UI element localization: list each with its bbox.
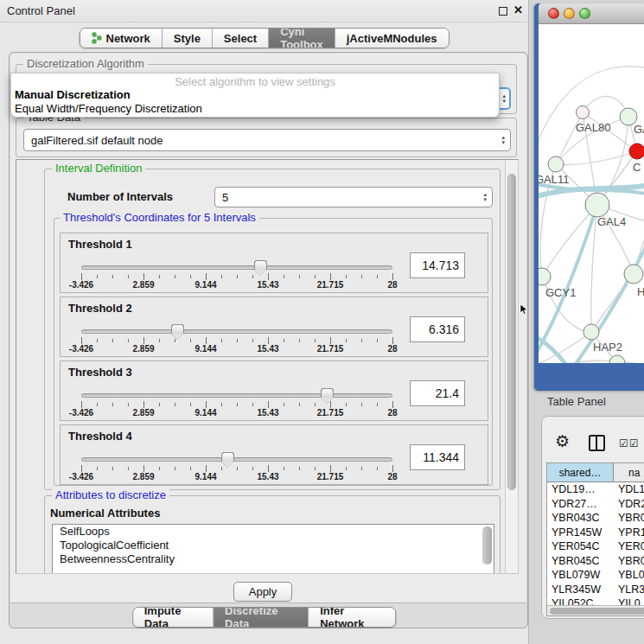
tab-style[interactable]: Style	[163, 29, 213, 48]
table-row[interactable]: YBR043CYBR0	[547, 511, 644, 526]
column-header-name[interactable]: na	[614, 463, 644, 481]
attribute-list-item[interactable]: TopologicalCoefficient	[53, 539, 494, 552]
cell-name: YDR2	[614, 498, 644, 510]
combo-stepper-icon: ▴▾	[502, 93, 506, 104]
gear-icon[interactable]: ⚙	[555, 431, 570, 451]
tab-jactivemnodules[interactable]: jActiveMNodules	[335, 29, 449, 48]
apply-button[interactable]: Apply	[233, 582, 292, 602]
checkbox-icons[interactable]: ☑☑	[619, 437, 640, 450]
node-label: HAP2	[593, 341, 622, 354]
tab-label: Select	[224, 32, 257, 45]
cell-name: YBR0	[614, 512, 644, 524]
slider-scale-labels: -3.4262.8599.14415.4321.71528	[81, 280, 392, 290]
dropdown-placeholder-item[interactable]: Select algorithm to view settings	[11, 75, 499, 88]
column-header-shared-name[interactable]: shared…	[547, 463, 614, 481]
attribute-list-item[interactable]: BetweennessCentrality	[53, 552, 494, 566]
zoom-traffic-light-icon[interactable]	[579, 8, 590, 19]
table-row[interactable]: YLR345WYLR3	[547, 583, 644, 597]
dropdown-item-manual-discretization[interactable]: Manual Discretization	[15, 88, 131, 101]
table-row[interactable]: YPR145WYPR1	[547, 526, 644, 540]
table-row[interactable]: YER054CYER0	[547, 539, 644, 554]
number-of-intervals-value: 5	[222, 191, 228, 204]
settings-scroll-area: Interval Definition Number of Intervals …	[16, 159, 519, 574]
float-window-icon[interactable]	[499, 7, 507, 16]
cell-name: YPR1	[614, 526, 644, 539]
table-data-group: Table Data galFiltered.sif default node …	[16, 118, 517, 157]
network-edge[interactable]	[556, 151, 637, 165]
tab-label: Infer Network	[320, 607, 384, 628]
discretize-tab-content: Discretization Algorithm ▴▾ Table Data g…	[10, 54, 526, 603]
network-edge[interactable]	[542, 205, 597, 277]
network-canvas[interactable]: GACGAL11GAL4GCY1HHAP2GAL80	[539, 24, 644, 363]
attribute-list-item[interactable]: SelfLoops	[53, 525, 494, 539]
threshold-value-field[interactable]: 6.316	[410, 316, 465, 342]
tab-discretize-data[interactable]: Discretize Data	[214, 608, 309, 627]
network-window-titlebar[interactable]	[539, 3, 644, 24]
network-node-c[interactable]	[629, 143, 644, 159]
table-data-combobox[interactable]: galFiltered.sif default node ▴▾	[23, 129, 511, 151]
scrollbar-thumb[interactable]	[507, 174, 516, 490]
table-row[interactable]: YBL079WYBL0	[547, 568, 644, 583]
numerical-attributes-list[interactable]: SelfLoopsTopologicalCoefficientBetweenne…	[52, 524, 494, 574]
cell-name: YLR3	[614, 583, 644, 596]
tab-impute-data[interactable]: Impute Data	[133, 608, 214, 627]
threshold-panel: Threshold 2-3.4262.8599.14415.4321.71528…	[60, 296, 488, 357]
scrollbar-thumb[interactable]	[550, 608, 644, 615]
tab-infer-network[interactable]: Infer Network	[309, 608, 395, 627]
number-of-intervals-combobox[interactable]: 5 ▴▾	[214, 187, 493, 207]
tab-network[interactable]: Network	[80, 29, 162, 48]
close-traffic-light-icon[interactable]	[548, 8, 559, 19]
network-edge[interactable]	[539, 360, 644, 363]
table-horizontal-scrollbar[interactable]	[547, 605, 644, 615]
attributes-scrollbar[interactable]	[482, 526, 492, 564]
network-icon	[91, 32, 101, 44]
cell-shared-name: YPR145W	[547, 526, 614, 539]
combo-stepper-icon: ▴▾	[483, 192, 487, 202]
node-attribute-table[interactable]: shared… na YDL19…YDL1YDR27…YDR2YBR043CYB…	[546, 462, 644, 616]
minimize-traffic-light-icon[interactable]	[564, 8, 575, 19]
table-row[interactable]: YDR27…YDR2	[547, 497, 644, 512]
threshold-slider-track[interactable]	[81, 265, 392, 270]
table-row[interactable]: YBR045CYBR0	[547, 554, 644, 569]
threshold-slider-track[interactable]	[81, 457, 392, 462]
threshold-label: Threshold 4	[68, 430, 132, 443]
network-node-h[interactable]	[624, 265, 643, 284]
tab-label: jActiveMNodules	[347, 32, 437, 45]
dropdown-item-equal-width[interactable]: Equal Width/Frequency Discretization	[15, 102, 202, 115]
table-panel: ⚙ ☑☑ shared… na YDL19…YDL1YDR27…YDR2YBR0…	[541, 416, 644, 619]
split-pane-icon[interactable]	[589, 435, 605, 451]
table-panel-title: Table Panel	[547, 395, 606, 408]
attributes-to-discretize-group: Attributes to discretize Numerical Attri…	[44, 495, 501, 574]
settings-vertical-scrollbar[interactable]	[505, 160, 518, 573]
threshold-coordinates-group: Threshold's Coordinates for 5 Intervals …	[54, 218, 493, 486]
cell-shared-name: YDR27…	[547, 498, 614, 510]
desktop-right-region: GACGAL11GAL4GCY1HHAP2GAL80 Table Panel ⚙…	[529, 0, 644, 644]
tab-cyni-toolbox[interactable]: Cyni Toolbox	[269, 29, 335, 48]
network-node-hap2[interactable]	[583, 324, 599, 340]
threshold-value-field[interactable]: 21.4	[410, 380, 465, 406]
node-label: GCY1	[545, 286, 576, 299]
threshold-slider-track[interactable]	[81, 393, 392, 398]
network-view-window: GACGAL11GAL4GCY1HHAP2GAL80	[534, 3, 644, 391]
threshold-panel: Threshold 4-3.4262.8599.14415.4321.71528…	[60, 424, 488, 485]
network-edge[interactable]	[542, 277, 591, 332]
table-data-combobox-value: galFiltered.sif default node	[31, 134, 163, 147]
network-node-gal11[interactable]	[548, 156, 564, 172]
cell-name: YDL1	[614, 483, 644, 495]
table-row[interactable]: YDL19…YDL1	[547, 482, 644, 497]
close-icon[interactable]: ✕	[513, 3, 523, 16]
threshold-value-field[interactable]: 11.344	[410, 444, 465, 470]
tab-select[interactable]: Select	[213, 29, 269, 48]
control-panel-title: Control Panel	[7, 4, 75, 17]
network-node[interactable]	[577, 106, 590, 119]
network-node-gal4[interactable]	[585, 193, 609, 217]
threshold-value-field[interactable]: 14.713	[410, 252, 465, 278]
threshold-slider-track[interactable]	[81, 329, 392, 334]
network-edge[interactable]	[556, 112, 583, 164]
node-label: GAL11	[539, 173, 570, 186]
network-node-gcy1[interactable]	[539, 268, 551, 285]
table-header-row: shared… na	[547, 463, 644, 482]
threshold-panel: Threshold 1-3.4262.8599.14415.4321.71528…	[60, 233, 488, 293]
screenshot-root: Control Panel ✕ NetworkStyleSelectCyni T…	[0, 0, 644, 644]
cell-shared-name: YDL19…	[547, 483, 614, 495]
